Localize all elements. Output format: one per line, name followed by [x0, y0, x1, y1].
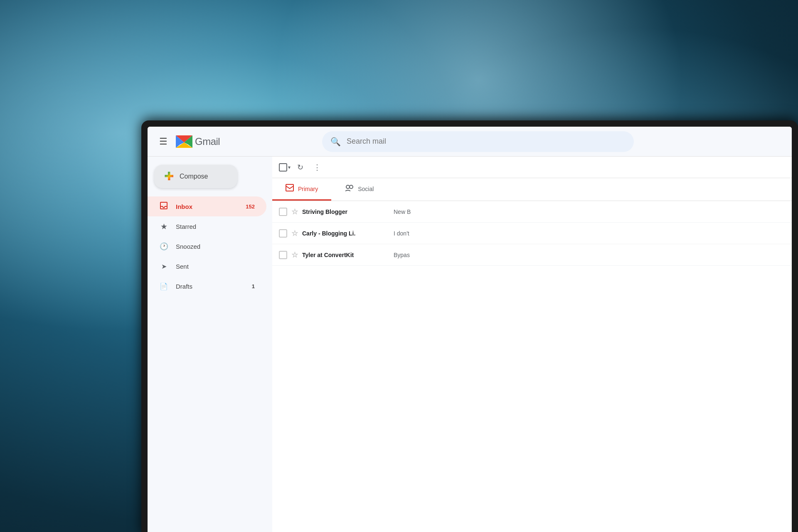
social-tab-icon	[345, 184, 354, 194]
email-sender: Carly - Blogging Li.	[302, 230, 389, 237]
gmail-m-icon	[176, 135, 192, 148]
email-list: ☆ Striving Blogger New B ☆ Carly - Blogg…	[272, 201, 792, 532]
email-snippet: Bypas	[394, 252, 785, 258]
laptop-frame: ☰ Gmail 🔍	[141, 120, 798, 532]
inbox-label: Inbox	[176, 203, 238, 210]
drafts-label: Drafts	[176, 283, 244, 290]
email-snippet: I don't	[394, 230, 785, 237]
hamburger-lines: ☰	[159, 136, 167, 147]
gmail-wordmark: Gmail	[195, 136, 220, 147]
sent-icon: ➤	[159, 262, 168, 270]
email-area: ▾ ↻ ⋮	[272, 157, 792, 532]
sidebar-item-snoozed[interactable]: 🕐 Snoozed	[148, 236, 266, 256]
sent-label: Sent	[176, 263, 255, 270]
tab-primary[interactable]: Primary	[272, 178, 331, 201]
table-row[interactable]: ☆ Striving Blogger New B	[272, 201, 792, 223]
search-bar[interactable]: 🔍	[322, 131, 634, 152]
starred-label: Starred	[176, 223, 255, 230]
gmail-logo: Gmail	[176, 135, 220, 148]
header-left: ☰ Gmail	[156, 133, 314, 150]
svg-point-8	[350, 185, 353, 189]
primary-tab-label: Primary	[298, 186, 318, 192]
gmail-screen: ☰ Gmail 🔍	[148, 127, 792, 532]
drafts-badge: 1	[252, 283, 255, 289]
sidebar: ✚ Compose Inbox 152 ★	[148, 157, 272, 532]
compose-plus-icon: ✚	[164, 171, 174, 182]
email-sender: Tyler at ConvertKit	[302, 252, 389, 258]
inbox-badge: 152	[246, 203, 255, 210]
snoozed-label: Snoozed	[176, 243, 255, 250]
hamburger-menu-icon[interactable]: ☰	[156, 133, 171, 150]
compose-label: Compose	[180, 173, 208, 180]
sidebar-item-inbox[interactable]: Inbox 152	[148, 196, 266, 216]
refresh-button[interactable]: ↻	[294, 159, 307, 175]
email-snippet: New B	[394, 208, 785, 215]
svg-point-7	[346, 185, 350, 189]
email-checkbox[interactable]	[279, 251, 287, 259]
tab-social[interactable]: Social	[331, 178, 387, 201]
sidebar-item-drafts[interactable]: 📄 Drafts 1	[148, 276, 266, 296]
table-row[interactable]: ☆ Carly - Blogging Li. I don't	[272, 223, 792, 244]
email-checkbox[interactable]	[279, 229, 287, 238]
inbox-icon	[159, 201, 168, 212]
star-icon[interactable]: ☆	[291, 250, 298, 260]
gmail-header: ☰ Gmail 🔍	[148, 127, 792, 157]
starred-icon: ★	[159, 222, 168, 231]
sidebar-item-starred[interactable]: ★ Starred	[148, 216, 266, 236]
drafts-icon: 📄	[159, 282, 168, 290]
select-dropdown-chevron[interactable]: ▾	[288, 164, 291, 170]
email-sender: Striving Blogger	[302, 208, 389, 215]
svg-rect-6	[286, 184, 293, 191]
more-options-button[interactable]: ⋮	[310, 159, 324, 175]
email-toolbar: ▾ ↻ ⋮	[272, 157, 792, 178]
star-icon[interactable]: ☆	[291, 207, 298, 216]
email-tabs: Primary Social	[272, 178, 792, 201]
main-content: ✚ Compose Inbox 152 ★	[148, 157, 792, 532]
snoozed-icon: 🕐	[159, 242, 168, 251]
select-all-dropdown[interactable]: ▾	[279, 163, 291, 172]
compose-button[interactable]: ✚ Compose	[154, 165, 237, 188]
sidebar-item-sent[interactable]: ➤ Sent	[148, 256, 266, 276]
more-options-icon: ⋮	[313, 163, 321, 172]
select-all-checkbox[interactable]	[279, 163, 287, 172]
table-row[interactable]: ☆ Tyler at ConvertKit Bypas	[272, 244, 792, 266]
star-icon[interactable]: ☆	[291, 229, 298, 238]
social-tab-label: Social	[358, 186, 374, 192]
search-icon: 🔍	[330, 137, 341, 147]
primary-tab-icon	[286, 184, 294, 194]
email-checkbox[interactable]	[279, 208, 287, 216]
search-input[interactable]	[347, 137, 626, 146]
refresh-icon: ↻	[297, 163, 303, 172]
